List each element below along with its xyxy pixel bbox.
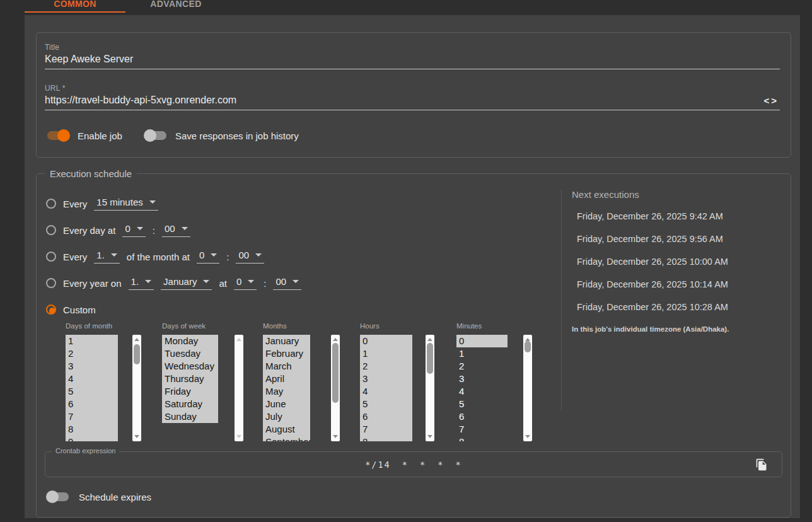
enable-job-toggle[interactable] xyxy=(46,129,70,142)
scrollbar[interactable] xyxy=(426,335,434,441)
list-option[interactable]: 7 xyxy=(360,423,412,436)
list-option[interactable]: Saturday xyxy=(162,398,218,410)
radio-every-day[interactable] xyxy=(46,225,56,235)
list-option[interactable]: 5 xyxy=(360,398,412,410)
title-label: Title xyxy=(45,43,780,52)
list-option[interactable]: April xyxy=(263,373,310,385)
list-option[interactable]: 4 xyxy=(66,373,118,385)
scroll-down-icon[interactable] xyxy=(134,435,139,438)
scrollbar-thumb[interactable] xyxy=(332,343,339,403)
list-option[interactable]: 1 xyxy=(456,347,508,360)
list-option[interactable]: 0 xyxy=(360,335,412,347)
save-responses-label: Save responses in job history xyxy=(175,130,299,141)
list-label: Minutes xyxy=(456,322,482,330)
dropdown[interactable]: 15 minutes xyxy=(94,197,158,211)
scrollbar[interactable] xyxy=(523,335,532,441)
dropdown[interactable]: 0 xyxy=(197,250,219,264)
scrollbar[interactable] xyxy=(235,335,243,441)
list-option[interactable]: 5 xyxy=(66,385,118,398)
scroll-down-icon[interactable] xyxy=(525,435,530,438)
list-option[interactable]: 6 xyxy=(66,398,118,410)
list-option[interactable]: 2 xyxy=(360,360,412,373)
title-input[interactable] xyxy=(45,52,780,69)
title-field-group: Title xyxy=(45,43,780,69)
dropdown[interactable]: 0 xyxy=(122,223,145,237)
scrollbar-thumb[interactable] xyxy=(525,341,531,352)
list-option[interactable]: 6 xyxy=(456,410,508,423)
dropdown-value: 1. xyxy=(131,276,139,287)
list-option[interactable]: 9 xyxy=(66,436,118,441)
list-option[interactable]: 4 xyxy=(456,385,508,398)
copy-icon[interactable] xyxy=(755,458,768,471)
schedule-expires-toggle[interactable] xyxy=(46,490,70,503)
multiselect-minutes[interactable]: 012345678 xyxy=(456,335,508,441)
multiselect-hours[interactable]: 012345678 xyxy=(360,335,412,441)
list-option[interactable]: 2 xyxy=(456,360,508,373)
scrollbar-thumb[interactable] xyxy=(134,344,140,364)
dropdown[interactable]: 00 xyxy=(162,223,190,237)
code-brackets-icon[interactable]: <> xyxy=(763,95,779,106)
scroll-up-icon[interactable] xyxy=(236,338,241,341)
list-option[interactable]: September xyxy=(263,436,310,441)
multiselect-months[interactable]: JanuaryFebruaryMarchAprilMayJuneJulyAugu… xyxy=(263,335,310,441)
scroll-down-icon[interactable] xyxy=(333,435,338,438)
list-option[interactable]: Friday xyxy=(162,385,218,398)
list-option[interactable]: 0 xyxy=(456,335,508,347)
dropdown[interactable]: 00 xyxy=(273,276,301,290)
list-option[interactable]: 2 xyxy=(66,347,118,360)
list-option[interactable]: Monday xyxy=(162,335,218,347)
scroll-down-icon[interactable] xyxy=(236,435,241,438)
multiselect-days-of-month[interactable]: 123456789 xyxy=(66,335,118,441)
list-option[interactable]: August xyxy=(263,423,310,436)
list-option[interactable]: Tuesday xyxy=(162,347,218,360)
active-tab-indicator xyxy=(25,11,125,13)
radio-every-month[interactable] xyxy=(46,252,56,262)
list-option[interactable]: June xyxy=(263,398,310,410)
scrollbar[interactable] xyxy=(331,335,340,441)
radio-every-minutes[interactable] xyxy=(46,199,56,209)
list-option[interactable]: 1 xyxy=(66,335,118,347)
list-option[interactable]: July xyxy=(263,410,310,423)
list-option[interactable]: 8 xyxy=(66,423,118,436)
dropdown[interactable]: 1. xyxy=(94,250,120,264)
list-option[interactable]: Thursday xyxy=(162,373,218,385)
list-option[interactable]: January xyxy=(263,335,310,347)
scrollbar[interactable] xyxy=(132,335,141,441)
crontab-expression-value[interactable]: */14 * * * * xyxy=(45,460,782,470)
scroll-down-icon[interactable] xyxy=(427,435,432,438)
list-option[interactable]: May xyxy=(263,385,310,398)
list-option[interactable]: 7 xyxy=(456,423,508,436)
list-option[interactable]: February xyxy=(263,347,310,360)
list-option[interactable]: Wednesday xyxy=(162,360,218,373)
schedule-option-text: : xyxy=(153,225,155,236)
list-option[interactable]: Sunday xyxy=(162,410,218,423)
dropdown[interactable]: 00 xyxy=(236,250,264,264)
scroll-up-icon[interactable] xyxy=(427,338,432,341)
list-option[interactable]: 1 xyxy=(360,347,412,360)
save-responses-toggle[interactable] xyxy=(144,129,168,142)
url-input[interactable] xyxy=(45,93,780,110)
list-option[interactable]: 8 xyxy=(456,436,508,441)
dropdown[interactable]: 1. xyxy=(129,276,154,290)
list-option[interactable]: 8 xyxy=(360,436,412,441)
list-option[interactable]: 7 xyxy=(66,410,118,423)
scroll-up-icon[interactable] xyxy=(134,338,139,341)
scroll-up-icon[interactable] xyxy=(333,338,338,341)
list-option[interactable]: 5 xyxy=(456,398,508,410)
radio-custom[interactable] xyxy=(46,304,56,315)
schedule-option-text: Every day at xyxy=(63,225,115,236)
list-option[interactable]: 3 xyxy=(360,373,412,385)
dropdown[interactable]: 0 xyxy=(234,276,257,290)
tab-advanced[interactable]: ADVANCED xyxy=(125,0,226,9)
list-option[interactable]: 4 xyxy=(360,385,412,398)
multiselect-days-of-week[interactable]: MondayTuesdayWednesdayThursdayFridaySatu… xyxy=(162,335,218,441)
list-option[interactable]: 3 xyxy=(66,360,118,373)
radio-every-year[interactable] xyxy=(46,278,56,288)
list-option[interactable]: 6 xyxy=(360,410,412,423)
tab-common[interactable]: COMMON xyxy=(25,0,125,9)
list-option[interactable]: March xyxy=(263,360,310,373)
scrollbar-thumb[interactable] xyxy=(427,343,433,374)
schedule-option-every-day: Every day at0:00 xyxy=(46,222,190,238)
dropdown[interactable]: January xyxy=(161,276,212,290)
list-option[interactable]: 3 xyxy=(456,373,508,385)
